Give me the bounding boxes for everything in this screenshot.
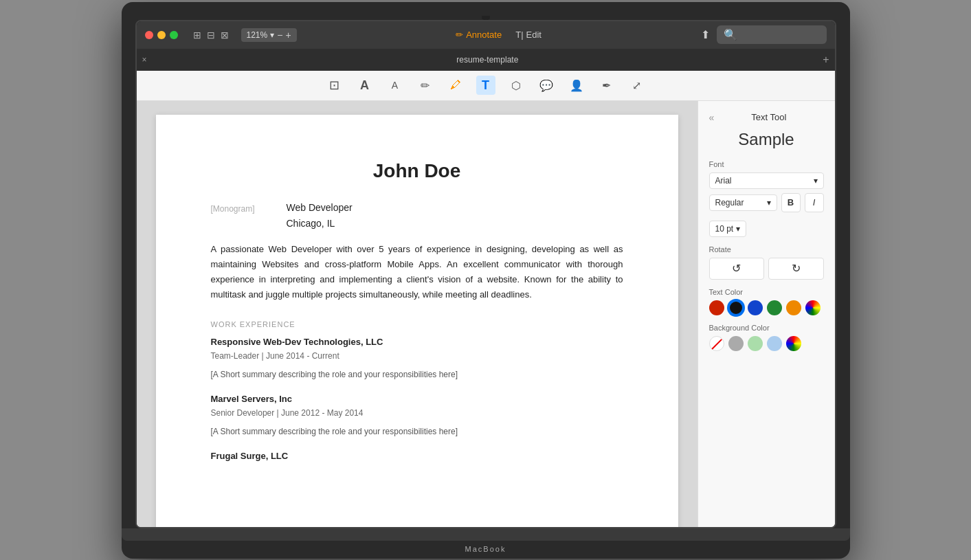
period-1: Team-Leader | June 2014 - Current (211, 350, 623, 363)
bg-color-transparent[interactable] (709, 336, 724, 351)
font-value: Arial (715, 176, 732, 186)
rotate-row: ↺ ↻ (709, 258, 824, 280)
text-insert-icon[interactable]: T (476, 76, 495, 95)
zoom-chevron-icon: ▾ (270, 30, 274, 40)
font-size-value: 10 pt (715, 224, 734, 234)
font-label: Font (709, 160, 824, 168)
text-color-label: Text Color (709, 288, 824, 296)
bg-color-multicolor[interactable] (786, 336, 801, 351)
pencil-annotate-icon: ✏ (456, 30, 463, 40)
job-entry-3: Frugal Surge, LLC (211, 449, 623, 464)
document-author-name: John Doe (211, 156, 623, 187)
style-chevron-icon: ▾ (767, 198, 771, 208)
fullscreen-icon[interactable]: ⤢ (627, 76, 647, 95)
document: John Doe [Monogram] Web Developer Chicag… (156, 115, 678, 527)
window-icons: ⊞ ⊟ ⊠ (193, 30, 229, 41)
company-3: Frugal Surge, LLC (211, 449, 623, 464)
bg-color-gray[interactable] (728, 336, 744, 351)
sidebar-toggle-icon[interactable]: ⊞ (193, 30, 201, 41)
zoom-out-button[interactable]: − (277, 30, 282, 41)
grid-view-icon[interactable]: ⊟ (207, 30, 215, 41)
summary-1: [A Short summary describing the role and… (211, 368, 623, 381)
font-size-row: 10 pt ▾ (709, 216, 824, 237)
search-icon: 🔍 (724, 28, 737, 41)
panel-title: Text Tool (714, 112, 823, 122)
text-color-green[interactable] (767, 300, 782, 315)
rotate-label: Rotate (709, 245, 824, 254)
text-color-orange[interactable] (786, 300, 801, 315)
text-color-red[interactable] (709, 300, 724, 315)
monogram-placeholder: [Monogram] (211, 200, 266, 231)
company-2: Marvel Servers, Inc (211, 392, 623, 407)
toolbar-actions: ✏ Annotate T| Edit (304, 30, 694, 40)
doc-monogram-row: [Monogram] Web Developer Chicago, IL (211, 200, 623, 231)
font-style-selector[interactable]: Regular ▾ (709, 194, 777, 211)
font-size-selector[interactable]: 10 pt ▾ (709, 221, 747, 237)
text-edit-icon: T| (515, 30, 523, 40)
style-value: Regular (715, 198, 744, 208)
laptop-base (122, 528, 850, 541)
doc-role: Web Developer (287, 200, 353, 215)
annotate-button[interactable]: ✏ Annotate (456, 30, 502, 40)
bold-button[interactable]: B (781, 193, 801, 212)
font-style-row: Regular ▾ B I (709, 193, 824, 212)
text-large-icon[interactable]: A (355, 76, 375, 95)
highlight-draw-icon[interactable]: 🖍 (446, 76, 465, 95)
panel-header: « Text Tool (709, 112, 824, 123)
job-entry-1: Responsive Web-Dev Technologies, LLC Tea… (211, 335, 623, 381)
text-color-multicolor[interactable] (805, 300, 821, 315)
tab-bar: × resume-template + (137, 49, 835, 71)
zoom-control[interactable]: 121% ▾ − + (241, 28, 297, 42)
text-color-row (709, 300, 824, 315)
text-color-black[interactable] (728, 300, 744, 315)
close-button[interactable] (145, 31, 153, 39)
title-bar: ⊞ ⊟ ⊠ 121% ▾ − + ✏ Annotate T| Edit (137, 21, 835, 49)
stamp-icon[interactable]: 👤 (567, 76, 586, 95)
sample-text-preview: Sample (709, 130, 824, 149)
font-chevron-icon: ▾ (814, 176, 818, 186)
tab-add-button[interactable]: + (823, 54, 829, 66)
summary-2: [A Short summary describing the role and… (211, 425, 623, 438)
right-panel: « Text Tool Sample Font Arial ▾ Regular … (697, 101, 835, 527)
zoom-level: 121% (247, 30, 268, 40)
work-experience-heading: WORK EXPERIENCE (211, 319, 623, 331)
zoom-in-button[interactable]: + (285, 30, 291, 41)
traffic-lights (145, 31, 178, 39)
shape-draw-icon[interactable]: ⬡ (506, 76, 526, 95)
search-bar[interactable]: 🔍 (717, 25, 827, 44)
font-selector[interactable]: Arial ▾ (709, 172, 824, 189)
minimize-button[interactable] (157, 31, 166, 39)
bg-color-light-blue[interactable] (767, 336, 782, 351)
doc-bio: A passionate Web Developer with over 5 y… (211, 242, 623, 302)
document-area[interactable]: John Doe [Monogram] Web Developer Chicag… (137, 101, 697, 527)
bg-color-row (709, 336, 824, 351)
italic-button[interactable]: I (805, 193, 824, 212)
rotate-right-button[interactable]: ↻ (768, 258, 824, 280)
resize-tool-icon[interactable]: ⊡ (325, 76, 344, 95)
list-view-icon[interactable]: ⊠ (221, 30, 229, 41)
company-1: Responsive Web-Dev Technologies, LLC (211, 335, 623, 350)
panel-collapse-icon[interactable]: « (709, 112, 715, 123)
tab-title: resume-template (153, 55, 823, 65)
comment-add-icon[interactable]: 💬 (537, 76, 556, 95)
main-area: John Doe [Monogram] Web Developer Chicag… (137, 101, 835, 527)
rotate-left-button[interactable]: ↺ (709, 258, 765, 280)
tab-close-button[interactable]: × (142, 55, 147, 65)
text-color-blue[interactable] (748, 300, 763, 315)
edit-button[interactable]: T| Edit (515, 30, 542, 40)
maximize-button[interactable] (170, 31, 178, 39)
job-entry-2: Marvel Servers, Inc Senior Developer | J… (211, 392, 623, 438)
macbook-label: MacBook (135, 545, 836, 553)
period-2: Senior Developer | June 2012 - May 2014 (211, 407, 623, 420)
doc-info: Web Developer Chicago, IL (287, 200, 353, 231)
search-input[interactable] (741, 30, 820, 40)
size-chevron-icon: ▾ (736, 224, 740, 234)
annotation-toolbar: ⊡ A A ✏ 🖍 T ⬡ 💬 👤 ✒ ⤢ (137, 71, 835, 101)
text-small-icon[interactable]: A (386, 76, 405, 95)
pencil-draw-icon[interactable]: ✏ (416, 76, 435, 95)
signature-icon[interactable]: ✒ (597, 76, 616, 95)
bg-color-label: Background Color (709, 324, 824, 332)
bg-color-light-green[interactable] (748, 336, 763, 351)
titlebar-right: ⬆ 🔍 (701, 25, 827, 44)
share-icon[interactable]: ⬆ (701, 28, 710, 41)
